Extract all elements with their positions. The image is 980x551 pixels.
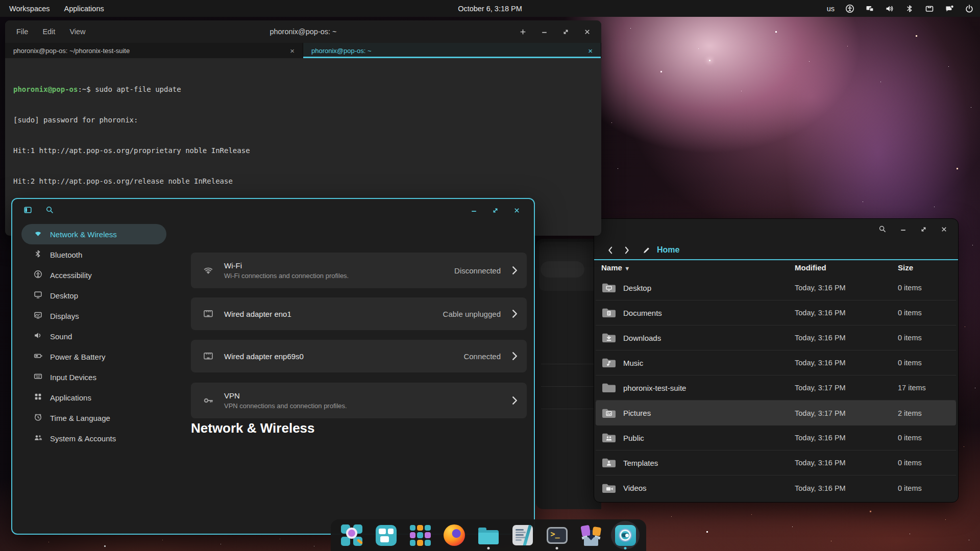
terminal-tab-2[interactable]: phoronix@pop-os: ~ ×: [303, 43, 601, 58]
file-row[interactable]: Music Today, 3:16 PM 0 items: [596, 350, 956, 375]
file-row[interactable]: Documents Today, 3:16 PM 0 items: [596, 300, 956, 325]
bluetooth-icon[interactable]: [905, 4, 914, 13]
dock-item-store[interactable]: [579, 523, 603, 547]
network-icon[interactable]: [925, 4, 934, 13]
toggle-sidebar-icon[interactable]: [23, 206, 32, 216]
close-button[interactable]: [513, 207, 521, 214]
file-row[interactable]: Videos Today, 3:16 PM 0 items: [596, 475, 956, 500]
file-name: Music: [623, 359, 643, 367]
sidebar-label: Input Devices: [50, 373, 96, 382]
sidebar-item-power-battery[interactable]: Power & Battery: [21, 346, 166, 367]
sidebar-label: Bluetooth: [50, 251, 82, 259]
row-status: Connected: [463, 352, 501, 361]
applications-menu[interactable]: Applications: [64, 5, 104, 13]
sidebar-label: Sound: [50, 332, 72, 341]
tab-close-icon[interactable]: ×: [290, 46, 295, 55]
volume-icon[interactable]: [885, 4, 894, 13]
sidebar-item-network-wireless[interactable]: Network & Wireless: [21, 224, 166, 244]
terminal-titlebar[interactable]: File Edit View phoronix@pop-os: ~: [5, 20, 601, 43]
wifi-icon: [34, 229, 42, 239]
chevron-right-icon: [512, 309, 518, 318]
accessibility-icon[interactable]: [845, 4, 854, 13]
search-icon[interactable]: [878, 225, 887, 233]
magnifier-icon: [346, 528, 357, 539]
files-navbar: Home: [594, 240, 958, 260]
wifi-row[interactable]: Wi-Fi Wi-Fi connections and connection p…: [191, 253, 527, 288]
column-header-size[interactable]: Size: [898, 263, 913, 272]
close-button[interactable]: [583, 28, 591, 36]
wired-adapter-eno1-row[interactable]: Wired adapter eno1 Cable unplugged: [191, 297, 527, 330]
power-icon[interactable]: [965, 4, 974, 13]
files-window: Home Name▾ Modified Size Desktop Today, …: [594, 218, 959, 503]
edit-path-icon[interactable]: [642, 246, 651, 255]
breadcrumb-location[interactable]: Home: [657, 245, 679, 255]
dock-item-applications[interactable]: [408, 523, 432, 547]
sidebar-item-desktop[interactable]: Desktop: [21, 285, 166, 306]
back-button[interactable]: [602, 246, 619, 255]
column-header-name[interactable]: Name▾: [601, 263, 629, 272]
dock-item-terminal[interactable]: >_: [545, 523, 569, 547]
dock-item-settings[interactable]: [613, 523, 638, 547]
file-row-selected[interactable]: Pictures Today, 3:17 PM 2 items: [596, 400, 956, 425]
sidebar-item-displays[interactable]: Displays: [21, 306, 166, 326]
forward-button[interactable]: [619, 246, 635, 255]
file-size: 0 items: [898, 309, 922, 317]
sidebar-item-input-devices[interactable]: Input Devices: [21, 367, 166, 387]
file-row[interactable]: Templates Today, 3:16 PM 0 items: [596, 450, 956, 475]
sidebar-item-bluetooth[interactable]: Bluetooth: [21, 244, 166, 265]
file-row[interactable]: Desktop Today, 3:16 PM 0 items: [596, 276, 956, 300]
file-name: Public: [623, 434, 644, 442]
workspaces-menu[interactable]: Workspaces: [9, 5, 50, 13]
accessibility-icon: [34, 270, 42, 280]
file-row[interactable]: phoronix-test-suite Today, 3:17 PM 17 it…: [596, 375, 956, 400]
tiling-windows-icon[interactable]: [865, 4, 874, 13]
dock-item-files[interactable]: [476, 523, 501, 547]
row-status: Cable unplugged: [443, 310, 501, 318]
dock: >_: [331, 519, 646, 551]
notifications-icon[interactable]: [945, 4, 954, 13]
sort-caret-icon: ▾: [626, 265, 629, 272]
file-size: 17 items: [898, 384, 926, 392]
minimize-button[interactable]: [470, 207, 478, 214]
tab-close-icon[interactable]: ×: [588, 46, 593, 55]
column-header-modified[interactable]: Modified: [795, 263, 826, 272]
vpn-row[interactable]: VPN VPN connections and connection profi…: [191, 383, 527, 418]
maximize-button[interactable]: [492, 207, 499, 214]
maximize-button[interactable]: [562, 28, 570, 36]
key-icon: [202, 394, 215, 407]
divider: [541, 386, 601, 387]
ethernet-icon: [202, 308, 215, 320]
sidebar-item-applications[interactable]: Applications: [21, 387, 166, 408]
dock-item-firefox[interactable]: [442, 523, 467, 547]
dock-item-workspaces[interactable]: [374, 523, 398, 547]
settings-titlebar[interactable]: [12, 199, 534, 222]
tab-label: phoronix@pop-os: ~: [311, 47, 588, 55]
sidebar-item-system-accounts[interactable]: System & Accounts: [21, 428, 166, 448]
file-name: Pictures: [623, 409, 651, 417]
chevron-right-icon: [512, 266, 518, 275]
pen-icon: [523, 525, 532, 545]
sidebar-item-time-language[interactable]: Time & Language: [21, 408, 166, 428]
dock-item-launcher[interactable]: [339, 523, 364, 547]
minimize-button[interactable]: [899, 226, 907, 233]
keyboard-layout-indicator[interactable]: us: [827, 5, 835, 13]
maximize-button[interactable]: [920, 226, 927, 233]
file-row[interactable]: Downloads Today, 3:16 PM 0 items: [596, 325, 956, 350]
bright-star: [709, 60, 710, 61]
wired-adapter-enp69s0-row[interactable]: Wired adapter enp69s0 Connected: [191, 340, 527, 372]
search-icon[interactable]: [45, 206, 54, 216]
background-window[interactable]: [536, 239, 601, 509]
file-modified: Today, 3:16 PM: [795, 434, 846, 442]
sidebar-item-accessibility[interactable]: Accessibility: [21, 265, 166, 285]
chevron-right-icon: [512, 396, 518, 405]
sidebar-label: Network & Wireless: [50, 230, 117, 239]
files-list: Desktop Today, 3:16 PM 0 items Documents…: [596, 276, 956, 500]
minimize-button[interactable]: [541, 28, 548, 36]
files-titlebar[interactable]: [594, 219, 958, 239]
sidebar-item-sound[interactable]: Sound: [21, 326, 166, 346]
terminal-tab-1[interactable]: phoronix@pop-os: ~/phoronix-test-suite ×: [5, 43, 303, 58]
file-row[interactable]: Public Today, 3:16 PM 0 items: [596, 425, 956, 450]
dock-item-text-editor[interactable]: [510, 523, 535, 547]
close-button[interactable]: [940, 226, 948, 233]
new-tab-button[interactable]: [519, 28, 527, 36]
